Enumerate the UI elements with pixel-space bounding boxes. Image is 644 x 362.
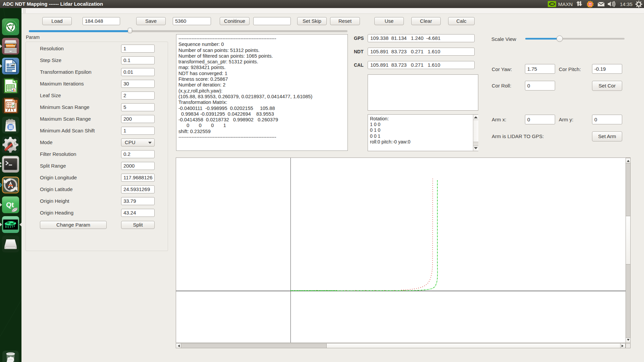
svg-text:Qt: Qt	[6, 201, 14, 208]
